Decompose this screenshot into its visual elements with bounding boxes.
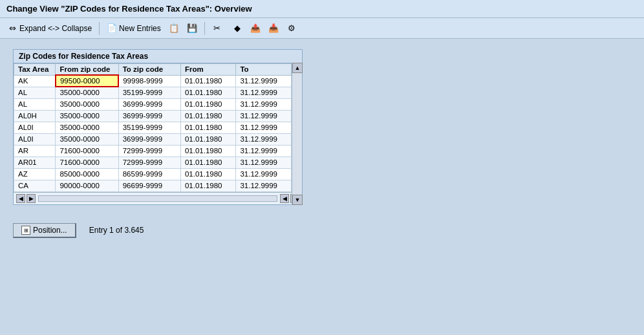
entry-info: Entry 1 of 3.645 bbox=[89, 226, 144, 235]
toolbar-item-expand-collapse[interactable]: ⇔ Expand <-> Collapse bbox=[5, 22, 94, 35]
toolbar-item-tool[interactable]: ⚙ bbox=[284, 22, 299, 35]
table-cell[interactable]: 72999-9999 bbox=[118, 157, 180, 168]
table-cell[interactable]: 01.01.1980 bbox=[180, 98, 236, 110]
copy-icon: 📋 bbox=[169, 23, 179, 34]
table-cell[interactable]: 01.01.1980 bbox=[180, 157, 236, 168]
toolbar-item-download[interactable]: 📥 bbox=[266, 22, 281, 35]
table-cell[interactable]: AR bbox=[14, 145, 56, 157]
table-row[interactable]: AL35000-000036999-999901.01.198031.12.99… bbox=[14, 98, 292, 110]
delimit-icon: ✂ bbox=[212, 23, 222, 34]
table-row[interactable]: AK99500-000099998-999901.01.198031.12.99… bbox=[14, 75, 292, 87]
table-row[interactable]: AL0I35000-000036999-999901.01.198031.12.… bbox=[14, 133, 292, 145]
table-cell[interactable]: 01.01.1980 bbox=[180, 122, 236, 133]
table-cell[interactable]: 31.12.9999 bbox=[236, 87, 292, 98]
table-cell[interactable]: 31.12.9999 bbox=[236, 180, 292, 191]
h-scroll-track[interactable] bbox=[38, 195, 277, 202]
table-cell[interactable]: AL bbox=[14, 87, 56, 98]
table-cell[interactable]: 99500-0000 bbox=[56, 75, 118, 87]
table-cell[interactable]: 01.01.1980 bbox=[180, 145, 236, 157]
new-entries-label: New Entries bbox=[119, 24, 161, 33]
table-row[interactable]: CA90000-000096699-999901.01.198031.12.99… bbox=[14, 180, 292, 191]
new-entries-icon: 📄 bbox=[107, 23, 117, 34]
table-cell[interactable]: 36999-9999 bbox=[118, 98, 180, 110]
data-table: Tax Area From zip code To zip code From … bbox=[14, 63, 292, 192]
scroll-down-btn[interactable]: ▼ bbox=[292, 195, 303, 205]
toolbar-sep-1 bbox=[99, 22, 100, 35]
table-cell[interactable]: AR01 bbox=[14, 157, 56, 168]
table-cell[interactable]: 01.01.1980 bbox=[180, 110, 236, 122]
table-cell[interactable]: AK bbox=[14, 75, 56, 87]
page-title: Change View "ZIP Codes for Residence Tax… bbox=[6, 4, 252, 14]
toolbar-item-upload[interactable]: 📤 bbox=[248, 22, 263, 35]
scroll-right-btn[interactable]: ▶ bbox=[27, 194, 36, 203]
scroll-up-btn[interactable]: ▲ bbox=[292, 63, 303, 73]
panel: Zip Codes for Residence Tax Areas Tax Ar… bbox=[13, 49, 303, 205]
table-cell[interactable]: 31.12.9999 bbox=[236, 110, 292, 122]
upload-icon: 📤 bbox=[250, 23, 261, 34]
table-cell[interactable]: AL0I bbox=[14, 122, 56, 133]
table-row[interactable]: AR71600-000072999-999901.01.198031.12.99… bbox=[14, 145, 292, 157]
scroll-track[interactable] bbox=[292, 73, 302, 195]
table-cell[interactable]: 01.01.1980 bbox=[180, 87, 236, 98]
table-cell[interactable]: 35000-0000 bbox=[56, 87, 118, 98]
toolbar-item-copy[interactable]: 📋 bbox=[167, 22, 181, 35]
h-scroll-right-btn2[interactable]: ◀ bbox=[280, 194, 289, 203]
table-cell[interactable]: 36999-9999 bbox=[118, 133, 180, 145]
table-cell[interactable]: 01.01.1980 bbox=[180, 75, 236, 87]
table-cell[interactable]: 99998-9999 bbox=[118, 75, 180, 87]
scroll-left-btn[interactable]: ◀ bbox=[16, 194, 25, 203]
table-cell[interactable]: 36999-9999 bbox=[118, 110, 180, 122]
table-row[interactable]: AR0171600-000072999-999901.01.198031.12.… bbox=[14, 157, 292, 168]
vertical-scrollbar[interactable]: ▲ ▼ bbox=[292, 63, 302, 205]
position-button[interactable]: ⊞ Position... bbox=[13, 223, 76, 238]
save-icon: 💾 bbox=[187, 23, 197, 34]
table-cell[interactable]: 31.12.9999 bbox=[236, 145, 292, 157]
toolbar-item-save[interactable]: 💾 bbox=[185, 22, 199, 35]
scrollbar-area: ◀ ▶ ◀ ▶ bbox=[14, 192, 302, 204]
expand-collapse-icon: ⇔ bbox=[7, 23, 17, 34]
table-cell[interactable]: 01.01.1980 bbox=[180, 168, 236, 180]
table-cell[interactable]: 71600-0000 bbox=[56, 145, 118, 157]
table-cell[interactable]: 31.12.9999 bbox=[236, 168, 292, 180]
tool-icon: ⚙ bbox=[286, 23, 297, 34]
table-cell[interactable]: 86599-9999 bbox=[118, 168, 180, 180]
expand-collapse-label: Expand <-> Collapse bbox=[19, 24, 92, 33]
table-cell[interactable]: AL bbox=[14, 98, 56, 110]
table-cell[interactable]: 72999-9999 bbox=[118, 145, 180, 157]
table-cell[interactable]: 90000-0000 bbox=[56, 180, 118, 191]
col-header-to-zip: To zip code bbox=[118, 64, 180, 76]
col-header-from-zip: From zip code bbox=[56, 64, 118, 76]
table-cell[interactable]: AZ bbox=[14, 168, 56, 180]
toolbar-item-new-entries[interactable]: 📄 New Entries bbox=[105, 22, 163, 35]
table-cell[interactable]: 01.01.1980 bbox=[180, 180, 236, 191]
diamond-icon: ◆ bbox=[232, 23, 242, 34]
table-cell[interactable]: 35000-0000 bbox=[56, 122, 118, 133]
table-row[interactable]: AL0I35000-000035199-999901.01.198031.12.… bbox=[14, 122, 292, 133]
toolbar-sep-2 bbox=[204, 22, 205, 35]
table-cell[interactable]: AL0I bbox=[14, 133, 56, 145]
table-cell[interactable]: 31.12.9999 bbox=[236, 75, 292, 87]
table-cell[interactable]: CA bbox=[14, 180, 56, 191]
table-cell[interactable]: 31.12.9999 bbox=[236, 133, 292, 145]
table-cell[interactable]: 35000-0000 bbox=[56, 133, 118, 145]
table-cell[interactable]: 31.12.9999 bbox=[236, 122, 292, 133]
table-cell[interactable]: 96699-9999 bbox=[118, 180, 180, 191]
toolbar-item-diamond[interactable]: ◆ bbox=[230, 22, 244, 35]
table-cell[interactable]: 85000-0000 bbox=[56, 168, 118, 180]
table-row[interactable]: AL0H35000-000036999-999901.01.198031.12.… bbox=[14, 110, 292, 122]
table-cell[interactable]: 01.01.1980 bbox=[180, 133, 236, 145]
col-header-to: To bbox=[236, 64, 292, 76]
table-cell[interactable]: 71600-0000 bbox=[56, 157, 118, 168]
table-cell[interactable]: 35000-0000 bbox=[56, 98, 118, 110]
panel-title: Zip Codes for Residence Tax Areas bbox=[14, 50, 302, 63]
table-row[interactable]: AL35000-000035199-999901.01.198031.12.99… bbox=[14, 87, 292, 98]
table-cell[interactable]: 35199-9999 bbox=[118, 122, 180, 133]
bottom-area: ⊞ Position... Entry 1 of 3.645 bbox=[0, 215, 644, 246]
table-cell[interactable]: 31.12.9999 bbox=[236, 157, 292, 168]
table-cell[interactable]: 31.12.9999 bbox=[236, 98, 292, 110]
table-row[interactable]: AZ85000-000086599-999901.01.198031.12.99… bbox=[14, 168, 292, 180]
table-cell[interactable]: 35199-9999 bbox=[118, 87, 180, 98]
table-cell[interactable]: 35000-0000 bbox=[56, 110, 118, 122]
toolbar-item-delimit[interactable]: ✂ bbox=[210, 22, 226, 35]
table-cell[interactable]: AL0H bbox=[14, 110, 56, 122]
